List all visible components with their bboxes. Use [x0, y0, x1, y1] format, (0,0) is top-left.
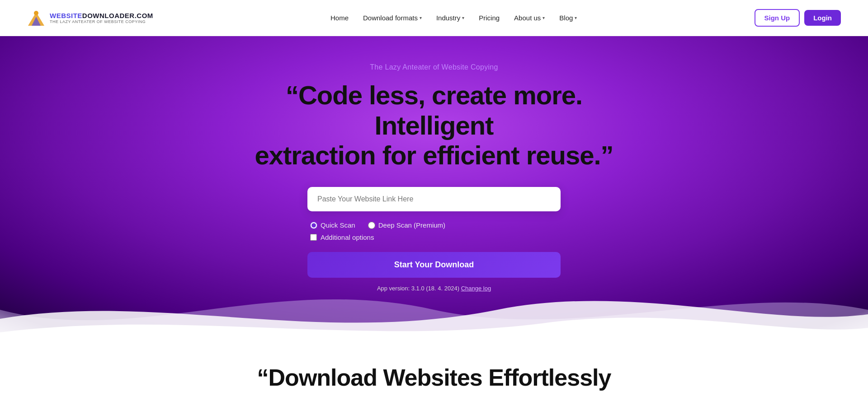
- deep-scan-radio[interactable]: [368, 222, 375, 229]
- nav-pricing[interactable]: Pricing: [472, 10, 506, 25]
- login-button[interactable]: Login: [804, 10, 841, 26]
- hero-headline: “Code less, create more. Intelligent ext…: [253, 80, 615, 171]
- deep-scan-option[interactable]: Deep Scan (Premium): [368, 221, 445, 229]
- bottom-teaser-headline: “Download Websites Effortlessly: [18, 364, 850, 391]
- download-button[interactable]: Start Your Download: [307, 252, 561, 278]
- logo-title: WEBSITEDOWNLOADER.COM: [50, 12, 153, 19]
- additional-options-label[interactable]: Additional options: [321, 233, 374, 241]
- nav-download-formats[interactable]: Download formats ▾: [357, 10, 428, 25]
- chevron-down-icon: ▾: [420, 15, 422, 20]
- scan-options: Quick Scan Deep Scan (Premium): [307, 221, 561, 229]
- nav-blog[interactable]: Blog ▾: [553, 10, 583, 25]
- logo-icon: [27, 9, 46, 28]
- logo-text: WEBSITEDOWNLOADER.COM THE LAZY ANTEATER …: [50, 12, 153, 24]
- quick-scan-option[interactable]: Quick Scan: [310, 221, 355, 229]
- quick-scan-radio[interactable]: [310, 222, 317, 229]
- changelog-link[interactable]: Change log: [461, 285, 491, 292]
- logo[interactable]: WEBSITEDOWNLOADER.COM THE LAZY ANTEATER …: [27, 9, 153, 28]
- hero-tagline: The Lazy Anteater of Website Copying: [253, 63, 615, 71]
- chevron-down-icon: ▾: [542, 15, 545, 20]
- chevron-down-icon: ▾: [575, 15, 577, 20]
- version-info: App version: 3.1.0 (18. 4. 2024) Change …: [253, 285, 615, 292]
- signup-button[interactable]: Sign Up: [755, 9, 800, 27]
- nav-auth: Sign Up Login: [755, 9, 841, 27]
- url-input[interactable]: [311, 190, 557, 209]
- navbar: WEBSITEDOWNLOADER.COM THE LAZY ANTEATER …: [0, 0, 868, 36]
- logo-subtitle: THE LAZY ANTEATER OF WEBSITE COPYING: [50, 19, 153, 24]
- svg-point-2: [34, 11, 38, 15]
- url-input-wrapper: [307, 187, 561, 211]
- additional-options-row: Additional options: [307, 233, 561, 241]
- nav-industry[interactable]: Industry ▾: [430, 10, 471, 25]
- additional-options-checkbox[interactable]: [310, 234, 317, 241]
- hero-content: The Lazy Anteater of Website Copying “Co…: [253, 63, 615, 292]
- chevron-down-icon: ▾: [462, 15, 464, 20]
- hero-section: The Lazy Anteater of Website Copying “Co…: [0, 36, 868, 346]
- nav-home[interactable]: Home: [324, 10, 355, 25]
- bottom-teaser: “Download Websites Effortlessly: [0, 346, 868, 400]
- nav-links: Home Download formats ▾ Industry ▾ Prici…: [324, 10, 583, 25]
- nav-about-us[interactable]: About us ▾: [508, 10, 551, 25]
